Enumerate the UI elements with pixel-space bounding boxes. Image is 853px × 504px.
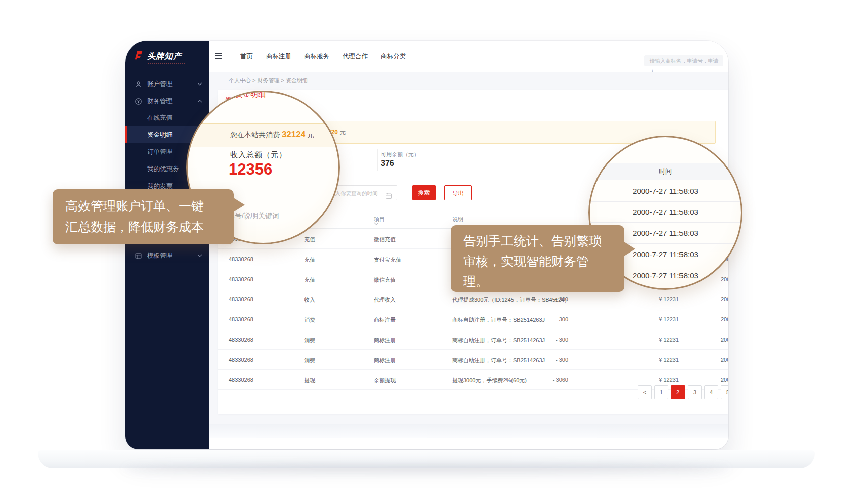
cell-project: 商标注册 <box>374 357 396 364</box>
sidebar-item[interactable]: 模板管理 <box>125 247 209 264</box>
pagination-page[interactable]: 3 <box>688 385 702 399</box>
row-divider <box>588 222 742 223</box>
nav-item[interactable]: 商标注册 <box>266 52 291 61</box>
callout-arrow <box>233 197 245 212</box>
cell-desc: 提现3000元，手续费2%(60元) <box>452 377 527 384</box>
search-button[interactable]: 搜索 <box>412 185 436 200</box>
cell-amount: - 3060 <box>530 377 568 383</box>
pagination-page[interactable]: 2 <box>671 385 685 399</box>
cell-type: 充值 <box>304 276 315 284</box>
cell-order: 48330268 <box>229 256 253 262</box>
cell-order: 48330268 <box>229 316 253 322</box>
pagination-prev[interactable]: < <box>638 385 652 399</box>
chevron-up-icon <box>197 100 202 103</box>
cell-type: 充值 <box>304 236 315 243</box>
sidebar-item-label: 在线充值 <box>147 114 173 122</box>
callout-text-line: 汇总数据，降低财务成本 <box>65 216 234 237</box>
table-row: 48330268消费商标注册商标自助注册，订单号：SB2514263J- 300… <box>218 329 728 350</box>
finance-icon <box>135 98 142 105</box>
sidebar-item-label: 财务管理 <box>147 97 173 106</box>
cell-project: 商标注册 <box>374 337 396 344</box>
brand-logo-icon <box>133 50 144 63</box>
callout-text-line: 高效管理账户订单、一键 <box>65 195 234 216</box>
user-icon <box>135 80 142 88</box>
cell-order: 48330268 <box>229 337 253 343</box>
cell-type: 充值 <box>304 256 315 264</box>
cell-amount: - 300 <box>530 337 568 343</box>
row-divider <box>588 201 742 202</box>
balance-label: 可用余额（元） <box>381 151 419 158</box>
nav-item[interactable]: 商标服务 <box>304 52 329 61</box>
breadcrumb: 个人中心 > 财务管理 > 资金明细 <box>229 72 308 89</box>
sidebar-item[interactable]: 财务管理 <box>125 93 209 110</box>
cell-time: 2000-7-27 11:58:03 <box>721 316 728 322</box>
cell-balance: ¥ 12231 <box>630 377 679 383</box>
laptop-base <box>38 450 815 468</box>
cell-type: 收入 <box>304 296 315 304</box>
pagination: <12345 <box>218 385 728 398</box>
callout-arrow <box>623 241 635 257</box>
callout-right: 告别手工统计、告别繁琐审核，实现智能财务管理。 <box>451 225 624 292</box>
cell-amount: - 300 <box>530 357 568 363</box>
magnified-time-value: 2000-7-27 11:58:03 <box>590 208 741 216</box>
pagination-page[interactable]: 1 <box>654 385 668 399</box>
table-header-cell[interactable]: 项目 <box>374 216 385 223</box>
cell-order: 48330268 <box>229 357 253 363</box>
sidebar-item-label: 账户管理 <box>147 80 173 89</box>
calendar-icon <box>385 190 392 197</box>
cell-type: 提现 <box>304 377 315 384</box>
page-bottom-fade <box>209 424 728 438</box>
cell-type: 消费 <box>304 316 315 324</box>
cell-order: 48330268 <box>229 296 253 302</box>
cell-balance: ¥ 12231 <box>630 357 679 363</box>
cell-project: 支付宝充值 <box>374 256 401 264</box>
cell-time: 2000-7-27 11:58:03 <box>721 276 728 282</box>
cell-type: 消费 <box>304 337 315 344</box>
callout-left: 高效管理账户订单、一键汇总数据，降低财务成本 <box>53 189 234 244</box>
magnified-income-value: 12356 <box>229 160 272 179</box>
brand-logo-text: 头牌知产 <box>147 51 182 62</box>
nav-item[interactable]: 商标分类 <box>381 52 406 61</box>
magnified-time-value: 2000-7-27 11:58:03 <box>590 187 741 195</box>
cell-project: 代理收入 <box>374 296 396 304</box>
callout-text-line: 告别手工统计、告别繁琐 <box>463 231 624 251</box>
nav-item[interactable]: 代理合作 <box>343 52 368 61</box>
chevron-down-icon <box>197 254 202 257</box>
sidebar-item[interactable]: 账户管理 <box>125 75 209 93</box>
nav-item[interactable]: 首页 <box>240 52 253 61</box>
export-button[interactable]: 导出 <box>444 185 472 200</box>
trademark-search-input[interactable]: 请输入商标名，申请号，申请人 <box>644 55 723 66</box>
top-nav-items: 首页商标注册商标服务代理合作商标分类 <box>240 41 406 72</box>
sidebar-item[interactable]: 在线充值 <box>125 109 209 126</box>
pagination-page[interactable]: 4 <box>704 385 718 399</box>
hamburger-menu-icon[interactable] <box>215 53 222 60</box>
cell-time: 2000-7-27 11:58:03 <box>721 357 728 363</box>
table-row: 48330268消费商标注册商标自助注册，订单号：SB2514263J- 300… <box>218 309 728 329</box>
callout-text-line: 审核，实现智能财务管 <box>463 251 624 271</box>
cell-balance: ¥ 12231 <box>630 316 679 322</box>
magnified-banner-text: 您在本站共消费 32124 元 <box>230 130 314 140</box>
brand-logo: 头牌知产 <box>133 50 182 63</box>
cell-balance: ¥ 12231 <box>630 296 679 302</box>
cell-time: 2000-7-27 11:58:03 <box>721 377 728 383</box>
pagination-page[interactable]: 5 <box>721 385 728 399</box>
chevron-down-icon <box>197 82 202 86</box>
sort-icon <box>374 222 379 225</box>
magnified-income-label: 收入总额（元） <box>230 150 287 160</box>
sidebar: 头牌知产 账户管理财务管理在线充值资金明细订单管理我的优惠券我的发票模板管理 <box>125 41 209 449</box>
cell-project: 微信充值 <box>374 236 396 243</box>
cell-project: 微信充值 <box>374 276 396 284</box>
sidebar-item-label: 订单管理 <box>147 148 173 156</box>
sidebar-item-label: 我的优惠券 <box>147 165 179 174</box>
sidebar-item-label: 模板管理 <box>147 251 173 260</box>
cell-project: 商标注册 <box>374 316 396 324</box>
magnified-time-header: 时间 <box>590 167 741 176</box>
cell-order: 48330268 <box>229 276 253 282</box>
callout-text-line: 理。 <box>463 271 624 291</box>
cell-time: 2000-7-27 11:58:03 <box>721 337 728 343</box>
table-row: 48330268消费商标注册商标自助注册，订单号：SB2514263J- 300… <box>218 350 728 370</box>
cell-balance: ¥ 12231 <box>630 337 679 343</box>
table-header-cell: 说明 <box>452 216 463 223</box>
cell-type: 消费 <box>304 357 315 364</box>
cell-time: 2000-7-27 11:58:03 <box>721 296 728 302</box>
